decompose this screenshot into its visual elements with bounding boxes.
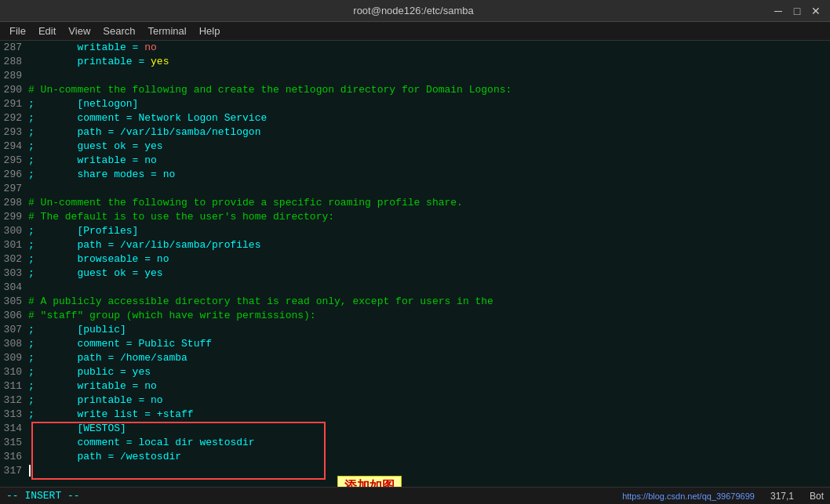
line-number: 317	[0, 464, 28, 478]
line-309: 309; path = /home/samba	[0, 351, 830, 365]
line-294: 294; guest ok = yes	[0, 140, 830, 154]
line-content: [WESTOS]	[28, 422, 830, 436]
line-number: 312	[0, 393, 28, 408]
menu-bar: FileEditViewSearchTerminalHelp	[0, 22, 830, 41]
line-number: 305	[0, 295, 28, 309]
line-content: path = /westosdir	[28, 450, 830, 464]
menu-item-terminal[interactable]: Terminal	[142, 24, 193, 38]
line-content: ; path = /var/lib/samba/netlogon	[28, 125, 830, 140]
line-number: 296	[0, 168, 28, 182]
status-bar: -- INSERT -- https://blog.csdn.net/qq_39…	[0, 487, 830, 504]
close-button[interactable]: ✕	[810, 5, 822, 17]
line-298: 298# Un-comment the following to provide…	[0, 196, 830, 210]
menu-item-help[interactable]: Help	[193, 24, 227, 38]
line-number: 308	[0, 337, 28, 351]
line-number: 292	[0, 111, 28, 125]
line-content: ; guest ok = yes	[28, 267, 830, 281]
line-content: ; guest ok = yes	[28, 140, 830, 154]
line-number: 307	[0, 323, 28, 337]
line-288: 288 printable = yes	[0, 55, 830, 69]
line-311: 311; writable = no	[0, 379, 830, 393]
csdn-link: https://blog.csdn.net/qq_39679699	[622, 491, 755, 501]
line-number: 290	[0, 83, 28, 97]
line-content: ; printable = no	[28, 393, 830, 408]
line-content: # Un-comment the following to provide a …	[28, 196, 830, 210]
line-number: 309	[0, 351, 28, 365]
line-304: 304	[0, 281, 830, 295]
line-number: 299	[0, 210, 28, 224]
line-292: 292; comment = Network Logon Service	[0, 111, 830, 125]
menu-item-edit[interactable]: Edit	[32, 24, 62, 38]
line-291: 291; [netlogon]	[0, 97, 830, 111]
line-number: 300	[0, 224, 28, 238]
line-content: ; comment = Network Logon Service	[28, 111, 830, 125]
line-content: # A publicly accessible directory that i…	[28, 295, 830, 309]
line-content: # Un-comment the following and create th…	[28, 83, 830, 97]
line-number: 287	[0, 41, 28, 55]
annotation-text: 添加如图	[344, 479, 395, 487]
line-content: ; path = /home/samba	[28, 351, 830, 365]
line-310: 310; public = yes	[0, 365, 830, 379]
line-315: 315 comment = local dir westosdir	[0, 436, 830, 450]
annotation-box: 添加如图	[337, 476, 402, 487]
minimize-button[interactable]: ─	[772, 5, 784, 17]
line-number: 313	[0, 408, 28, 422]
line-content: ; writable = no	[28, 379, 830, 393]
line-number: 311	[0, 379, 28, 393]
line-number: 315	[0, 436, 28, 450]
line-314: 314 [WESTOS]	[0, 422, 830, 436]
line-307: 307; [public]	[0, 323, 830, 337]
line-content: ; [netlogon]	[28, 97, 830, 111]
line-301: 301; path = /var/lib/samba/profiles	[0, 238, 830, 252]
title-bar: root@node126:/etc/samba ─ □ ✕	[0, 0, 830, 22]
line-number: 302	[0, 252, 28, 267]
line-289: 289	[0, 69, 830, 83]
line-287: 287 writable = no	[0, 41, 830, 55]
line-296: 296; share modes = no	[0, 168, 830, 182]
line-number: 297	[0, 182, 28, 196]
line-content: ; write list = +staff	[28, 408, 830, 422]
scroll-position: Bot	[810, 491, 824, 502]
line-content: comment = local dir westosdir	[28, 436, 830, 450]
code-content: 287 writable = no288 printable = yes2892…	[0, 41, 830, 478]
editor-area[interactable]: 287 writable = no288 printable = yes2892…	[0, 41, 830, 487]
line-297: 297	[0, 182, 830, 196]
line-number: 298	[0, 196, 28, 210]
line-number: 289	[0, 69, 28, 83]
line-313: 313; write list = +staff	[0, 408, 830, 422]
cursor-position: 317,1	[770, 491, 794, 502]
line-number: 293	[0, 125, 28, 140]
line-302: 302; browseable = no	[0, 252, 830, 267]
line-content: ; writable = no	[28, 154, 830, 168]
line-number: 295	[0, 154, 28, 168]
menu-item-file[interactable]: File	[3, 24, 32, 38]
status-right: https://blog.csdn.net/qq_39679699 317,1 …	[622, 491, 824, 502]
maximize-button[interactable]: □	[791, 5, 803, 17]
line-content	[28, 464, 830, 478]
line-number: 288	[0, 55, 28, 69]
line-295: 295; writable = no	[0, 154, 830, 168]
line-306: 306# "staff" group (which have write per…	[0, 309, 830, 323]
line-content: ; [Profiles]	[28, 224, 830, 238]
line-316: 316 path = /westosdir	[0, 450, 830, 464]
line-content: ; share modes = no	[28, 168, 830, 182]
line-299: 299# The default is to use the user's ho…	[0, 210, 830, 224]
line-content: ; public = yes	[28, 365, 830, 379]
line-number: 294	[0, 140, 28, 154]
menu-item-view[interactable]: View	[62, 24, 96, 38]
line-308: 308; comment = Public Stuff	[0, 337, 830, 351]
line-content: ; [public]	[28, 323, 830, 337]
window-controls[interactable]: ─ □ ✕	[772, 5, 822, 17]
line-293: 293; path = /var/lib/samba/netlogon	[0, 125, 830, 140]
line-content	[28, 281, 830, 295]
menu-item-search[interactable]: Search	[96, 24, 141, 38]
window-title: root@node126:/etc/samba	[55, 5, 772, 16]
line-content: ; path = /var/lib/samba/profiles	[28, 238, 830, 252]
line-number: 303	[0, 267, 28, 281]
line-content: # "staff" group (which have write permis…	[28, 309, 830, 323]
line-content: ; browseable = no	[28, 252, 830, 267]
line-content: writable = no	[28, 41, 830, 55]
line-number: 314	[0, 422, 28, 436]
line-number: 304	[0, 281, 28, 295]
line-number: 316	[0, 450, 28, 464]
